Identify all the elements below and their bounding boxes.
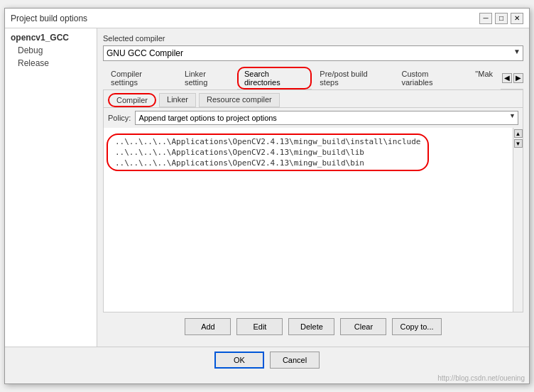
maximize-button[interactable]: □ [495, 13, 508, 24]
sidebar-item-release[interactable]: Release [5, 57, 97, 70]
policy-label: Policy: [108, 114, 131, 122]
tab-pre-post-build[interactable]: Pre/post build steps [312, 67, 393, 89]
clear-button[interactable]: Clear [340, 318, 386, 335]
action-buttons: Add Edit Delete Clear Copy to... [103, 312, 523, 341]
watermark: http://blog.csdn.net/ouening [5, 373, 529, 383]
title-bar-controls: ─ □ ✕ [479, 13, 523, 24]
compiler-dropdown-wrapper: GNU GCC Compiler [103, 45, 523, 61]
tab-compiler-settings[interactable]: Compiler settings [103, 67, 177, 89]
minimize-button[interactable]: ─ [479, 13, 492, 24]
scroll-down-button[interactable]: ▼ [514, 139, 523, 148]
tab-inner-linker[interactable]: Linker [159, 93, 196, 107]
tab-inner-resource-compiler[interactable]: Resource compiler [199, 93, 280, 107]
add-button[interactable]: Add [185, 318, 231, 335]
window-body: opencv1_GCC Debug Release Selected compi… [5, 28, 529, 347]
main-window: Project build options ─ □ ✕ opencv1_GCC … [4, 8, 530, 384]
tab-mak[interactable]: "Mak [467, 67, 501, 89]
bottom-area: OK Cancel http://blog.csdn.net/ouening [5, 347, 529, 383]
ok-button[interactable]: OK [214, 352, 264, 369]
directories-list[interactable]: ..\..\..\..\Applications\OpenCV2.4.13\mi… [104, 128, 513, 312]
scroll-up-button[interactable]: ▲ [514, 129, 523, 138]
directories-highlight-oval: ..\..\..\..\Applications\OpenCV2.4.13\mi… [107, 134, 429, 171]
selected-compiler-label: Selected compiler [103, 34, 523, 43]
compiler-dropdown[interactable]: GNU GCC Compiler [103, 45, 523, 61]
tab-scroll-right[interactable]: ▶ [513, 73, 523, 83]
delete-button[interactable]: Delete [288, 318, 334, 335]
tab-search-directories[interactable]: Search directories [237, 67, 312, 89]
outer-tabs: Compiler settings Linker setting Search … [103, 67, 523, 89]
title-bar: Project build options ─ □ ✕ [5, 9, 529, 28]
inner-content-area: ..\..\..\..\Applications\OpenCV2.4.13\mi… [104, 128, 523, 312]
tab-inner-compiler[interactable]: Compiler [108, 93, 156, 107]
cancel-button[interactable]: Cancel [270, 352, 320, 369]
policy-row: Policy: Append target options to project… [104, 108, 523, 128]
tab-scroll-left[interactable]: ◀ [502, 73, 512, 83]
inner-tabs: Compiler Linker Resource compiler [104, 90, 523, 108]
directory-entry-0[interactable]: ..\..\..\..\Applications\OpenCV2.4.13\mi… [114, 136, 422, 147]
sidebar: opencv1_GCC Debug Release [5, 28, 97, 347]
directory-entry-1[interactable]: ..\..\..\..\Applications\OpenCV2.4.13\mi… [114, 147, 422, 158]
close-button[interactable]: ✕ [511, 13, 523, 24]
edit-button[interactable]: Edit [236, 318, 283, 335]
tab-custom-variables[interactable]: Custom variables [393, 67, 467, 89]
directory-entry-2[interactable]: ..\..\..\..\Applications\OpenCV2.4.13\mi… [114, 158, 422, 168]
policy-dropdown[interactable]: Append target options to project options [135, 111, 518, 125]
scrollbar: ▲ ▼ [513, 128, 523, 312]
policy-dropdown-wrapper: Append target options to project options [135, 111, 518, 125]
tab-linker-setting[interactable]: Linker setting [177, 67, 237, 89]
sidebar-item-opencv[interactable]: opencv1_GCC [5, 31, 97, 44]
window-title: Project build options [11, 13, 87, 23]
copy-to-button[interactable]: Copy to... [392, 318, 441, 335]
bottom-buttons: OK Cancel [5, 347, 529, 373]
sidebar-item-debug[interactable]: Debug [5, 44, 97, 57]
inner-panel: Compiler Linker Resource compiler Policy… [103, 89, 523, 312]
main-content: Selected compiler GNU GCC Compiler Compi… [97, 28, 529, 347]
